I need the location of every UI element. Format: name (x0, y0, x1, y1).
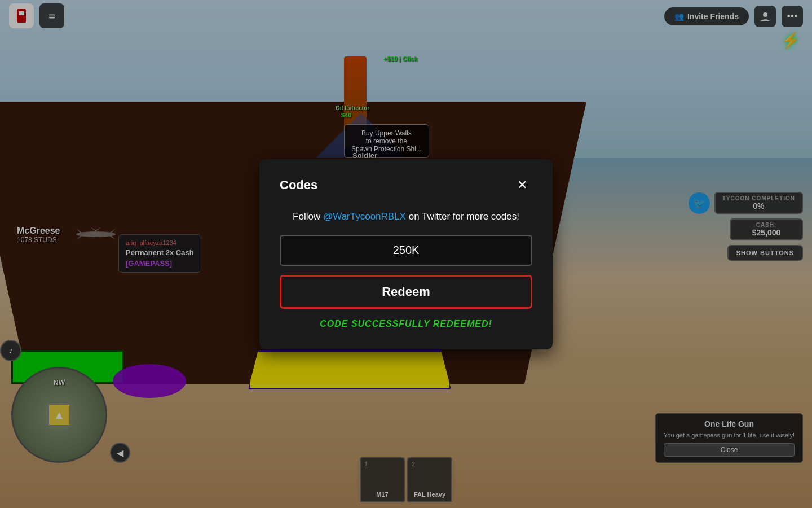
modal-close-button[interactable]: ✕ (512, 175, 532, 195)
twitter-handle: @WarTycoonRBLX (323, 211, 406, 222)
modal-subtitle: Follow @WarTycoonRBLX on Twitter for mor… (280, 211, 532, 222)
redeem-button[interactable]: Redeem (280, 275, 532, 309)
modal-overlay: Codes ✕ Follow @WarTycoonRBLX on Twitter… (0, 0, 812, 508)
modal-title: Codes (280, 178, 317, 192)
modal-header: Codes ✕ (280, 175, 532, 195)
success-message: CODE SUCCESSFULLY REDEEMED! (280, 319, 532, 329)
codes-modal: Codes ✕ Follow @WarTycoonRBLX on Twitter… (259, 159, 553, 349)
code-input[interactable] (280, 235, 532, 266)
